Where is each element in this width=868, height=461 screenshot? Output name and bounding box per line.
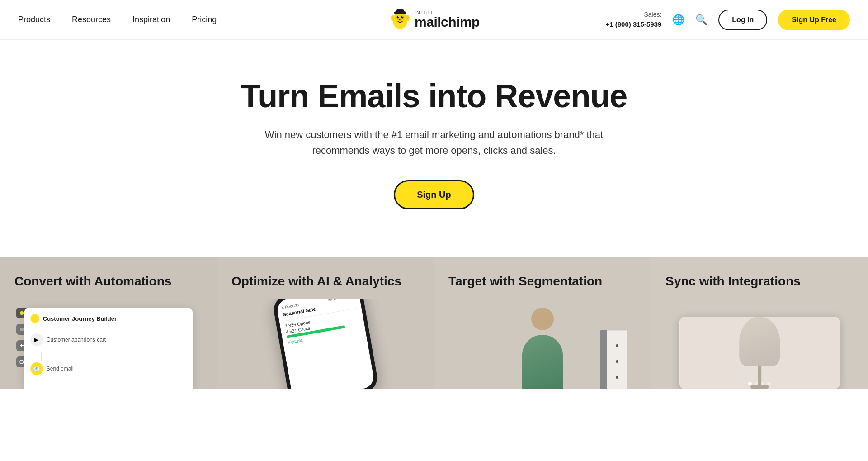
svg-point-19: [20, 360, 24, 364]
logo-text: INTUIT mailchimp: [415, 10, 480, 29]
logo-mailchimp: mailchimp: [415, 15, 480, 29]
hero-subtitle: Win new customers with the #1 email mark…: [262, 127, 606, 158]
binder-ring-2: [616, 360, 618, 363]
signup-nav-button[interactable]: Sign Up Free: [778, 10, 850, 30]
mockup-row-text: Customer abandons cart: [47, 337, 106, 343]
mockup-logo-icon: [30, 314, 39, 323]
feature-integrations-title: Sync with Integrations: [665, 273, 854, 290]
carousel-dot-2[interactable]: [755, 382, 758, 385]
feature-ai-image: < Reports View campaign Seasonal Sale 7,…: [231, 299, 419, 389]
svg-point-8: [401, 19, 401, 20]
signup-hero-button[interactable]: Sign Up: [394, 180, 474, 209]
nav-logo-area: INTUIT mailchimp: [388, 8, 480, 32]
feature-automations-title: Convert with Automations: [14, 273, 202, 290]
feature-segmentation-title: Target with Segmentation: [448, 273, 636, 290]
svg-point-11: [392, 16, 394, 20]
mailchimp-monkey-icon: [388, 8, 412, 32]
lamp-shade: [739, 317, 780, 366]
carousel-dot-3[interactable]: [761, 382, 764, 385]
navigation: Products Resources Inspiration Pricing: [0, 0, 868, 40]
journey-builder-mockup: Customer Journey Builder ▶ Customer aban…: [24, 308, 193, 389]
search-icon[interactable]: 🔍: [695, 14, 708, 26]
binder-pages: [607, 330, 627, 389]
phone-screen: < Reports View campaign Seasonal Sale 7,…: [275, 299, 375, 389]
feature-ai-title: Optimize with AI & Analytics: [231, 273, 419, 290]
feature-integrations: Sync with Integrations: [651, 257, 868, 389]
nav-resources[interactable]: Resources: [72, 15, 111, 24]
nav-right: Sales: +1 (800) 315-5939 🌐 🔍 Log In Sign…: [605, 10, 850, 30]
binder-spine: [600, 330, 607, 389]
features-section: Convert with Automations Cus: [0, 257, 868, 389]
sales-label: Sales:: [605, 10, 661, 19]
svg-rect-16: [20, 328, 24, 331]
hero-section: Turn Emails into Revenue Win new custome…: [0, 40, 868, 257]
carousel-dot-4[interactable]: [767, 382, 771, 385]
lamp-figure: [737, 317, 782, 389]
sales-phone: +1 (800) 315-5939: [605, 19, 661, 29]
svg-point-12: [406, 16, 409, 20]
nav-products[interactable]: Products: [18, 15, 50, 24]
svg-point-4: [398, 16, 399, 17]
feature-integrations-image: [665, 299, 854, 389]
carousel-dot-1[interactable]: [748, 382, 752, 385]
svg-point-5: [402, 16, 403, 17]
mockup-title: Customer Journey Builder: [43, 315, 117, 322]
phone-mockup: < Reports View campaign Seasonal Sale 7,…: [271, 299, 379, 389]
svg-point-7: [399, 19, 400, 20]
svg-rect-14: [396, 9, 404, 14]
svg-point-3: [401, 16, 404, 18]
login-button[interactable]: Log In: [718, 10, 767, 30]
sales-info: Sales: +1 (800) 315-5939: [605, 10, 661, 29]
cart-icon: ▶: [30, 333, 43, 346]
feature-automations: Convert with Automations Cus: [0, 257, 217, 389]
body-shape: [522, 335, 563, 389]
mockup-header: Customer Journey Builder: [30, 314, 187, 328]
logo[interactable]: INTUIT mailchimp: [388, 8, 480, 32]
binder-mockup: [600, 330, 627, 389]
carousel-dots: [665, 382, 854, 385]
svg-point-15: [20, 311, 24, 315]
feature-ai-analytics: Optimize with AI & Analytics < Reports V…: [217, 257, 434, 389]
globe-icon[interactable]: 🌐: [672, 14, 684, 26]
feature-segmentation-image: [448, 299, 636, 389]
feature-automations-image: Customer Journey Builder ▶ Customer aban…: [14, 299, 202, 389]
feature-segmentation: Target with Segmentation: [434, 257, 651, 389]
hero-title: Turn Emails into Revenue: [241, 78, 627, 114]
head-shape: [531, 308, 554, 330]
nav-inspiration[interactable]: Inspiration: [132, 15, 170, 24]
binder-ring-3: [616, 376, 618, 379]
mockup-row-1: ▶ Customer abandons cart: [30, 333, 187, 346]
nav-pricing[interactable]: Pricing: [192, 15, 217, 24]
device-mockup: [679, 317, 840, 389]
binder-ring-1: [616, 344, 618, 347]
nav-left: Products Resources Inspiration Pricing: [18, 15, 217, 24]
svg-point-2: [397, 16, 399, 18]
svg-point-6: [398, 18, 402, 21]
person-figure: [511, 303, 574, 389]
